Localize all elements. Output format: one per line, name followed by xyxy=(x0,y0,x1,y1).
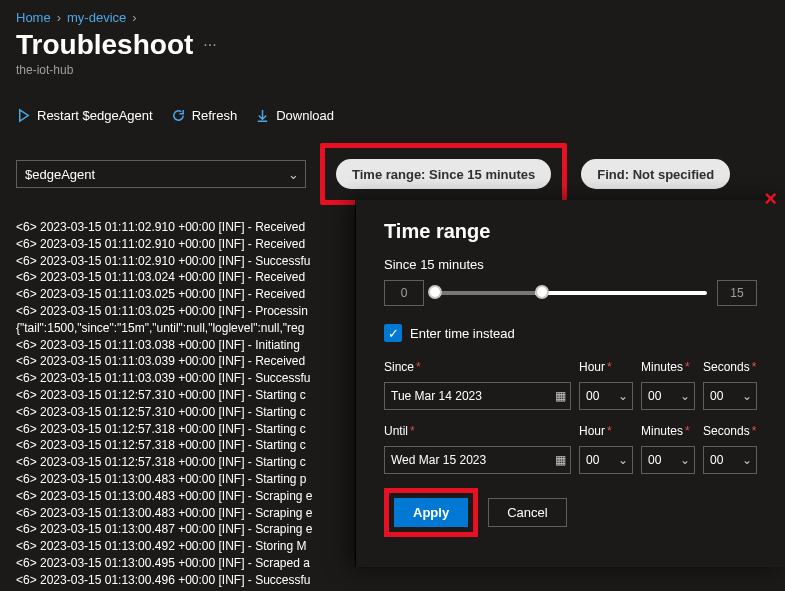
page-subtitle: the-iot-hub xyxy=(0,61,785,89)
since-sec-select[interactable]: 00⌄ xyxy=(703,382,757,410)
until-hour-label: Hour* xyxy=(579,424,633,438)
download-button[interactable]: Download xyxy=(255,108,334,123)
slider-max-value: 15 xyxy=(717,280,757,306)
since-minutes-label: Since 15 minutes xyxy=(384,257,757,272)
refresh-icon xyxy=(171,108,186,123)
download-icon xyxy=(255,108,270,123)
enter-time-label: Enter time instead xyxy=(410,326,515,341)
since-date-picker[interactable]: Tue Mar 14 2023 ▦ xyxy=(384,382,571,410)
breadcrumb-device[interactable]: my-device xyxy=(67,10,126,25)
since-hour-label: Hour* xyxy=(579,360,633,374)
time-range-pill-label: Time range: Since 15 minutes xyxy=(352,167,535,182)
panel-title: Time range xyxy=(384,220,757,243)
breadcrumb: Home › my-device › xyxy=(0,0,785,25)
calendar-icon: ▦ xyxy=(555,389,566,403)
breadcrumb-home[interactable]: Home xyxy=(16,10,51,25)
enter-time-checkbox[interactable]: ✓ xyxy=(384,324,402,342)
chevron-down-icon: ⌄ xyxy=(742,453,752,467)
until-sec-select[interactable]: 00⌄ xyxy=(703,446,757,474)
time-range-pill[interactable]: Time range: Since 15 minutes xyxy=(336,159,551,189)
slider-track[interactable] xyxy=(434,291,707,295)
until-min-select[interactable]: 00⌄ xyxy=(641,446,695,474)
slider-min-value: 0 xyxy=(384,280,424,306)
since-label: Since* xyxy=(384,360,571,374)
log-line: <6> 2023-03-15 01:13:00.496 +00:00 [INF]… xyxy=(16,572,769,589)
slider-thumb[interactable] xyxy=(428,285,442,299)
chevron-down-icon: ⌄ xyxy=(680,453,690,467)
calendar-icon: ▦ xyxy=(555,453,566,467)
chevron-down-icon: ⌄ xyxy=(680,389,690,403)
toolbar: Restart $edgeAgent Refresh Download xyxy=(0,89,785,137)
since-sec-label: Seconds* xyxy=(703,360,757,374)
close-icon[interactable]: × xyxy=(764,186,777,212)
apply-highlight: Apply xyxy=(384,488,478,537)
since-min-select[interactable]: 00⌄ xyxy=(641,382,695,410)
time-range-panel: × Time range Since 15 minutes 0 15 ✓ Ent… xyxy=(355,200,785,567)
until-date-picker[interactable]: Wed Mar 15 2023 ▦ xyxy=(384,446,571,474)
download-label: Download xyxy=(276,108,334,123)
play-icon xyxy=(16,108,31,123)
time-slider[interactable]: 0 15 xyxy=(384,280,757,306)
until-label: Until* xyxy=(384,424,571,438)
until-hour-select[interactable]: 00⌄ xyxy=(579,446,633,474)
find-pill[interactable]: Find: Not specified xyxy=(581,159,730,189)
chevron-right-icon: › xyxy=(57,10,61,25)
refresh-label: Refresh xyxy=(192,108,238,123)
module-select[interactable]: $edgeAgent ⌄ xyxy=(16,160,306,188)
restart-button[interactable]: Restart $edgeAgent xyxy=(16,108,153,123)
page-title: Troubleshoot xyxy=(16,29,193,61)
until-sec-label: Seconds* xyxy=(703,424,757,438)
since-date-value: Tue Mar 14 2023 xyxy=(391,389,482,403)
chevron-down-icon: ⌄ xyxy=(288,167,299,182)
until-date-value: Wed Mar 15 2023 xyxy=(391,453,486,467)
slider-thumb[interactable] xyxy=(535,285,549,299)
since-min-label: Minutes* xyxy=(641,360,695,374)
refresh-button[interactable]: Refresh xyxy=(171,108,238,123)
chevron-down-icon: ⌄ xyxy=(742,389,752,403)
chevron-down-icon: ⌄ xyxy=(618,389,628,403)
time-range-highlight: Time range: Since 15 minutes xyxy=(320,143,567,205)
until-min-label: Minutes* xyxy=(641,424,695,438)
chevron-right-icon: › xyxy=(132,10,136,25)
more-actions-button[interactable]: ··· xyxy=(203,36,216,54)
module-select-value: $edgeAgent xyxy=(25,167,95,182)
since-hour-select[interactable]: 00⌄ xyxy=(579,382,633,410)
apply-button[interactable]: Apply xyxy=(394,498,468,527)
find-pill-label: Find: Not specified xyxy=(597,167,714,182)
restart-label: Restart $edgeAgent xyxy=(37,108,153,123)
chevron-down-icon: ⌄ xyxy=(618,453,628,467)
cancel-button[interactable]: Cancel xyxy=(488,498,566,527)
